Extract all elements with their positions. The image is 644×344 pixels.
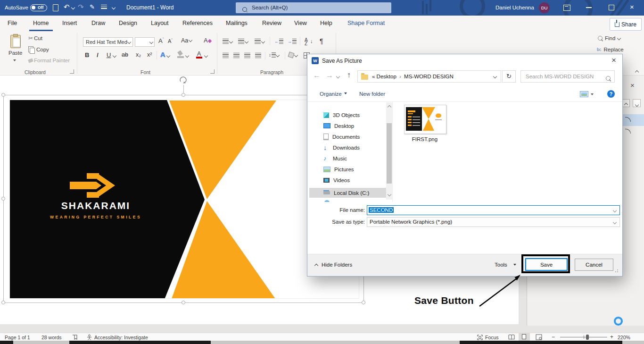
history-dropdown-icon[interactable] (336, 75, 340, 78)
sidebar-item-pictures[interactable]: Pictures (323, 164, 392, 174)
tab-design[interactable]: Design (119, 20, 137, 26)
font-size-dropdown-icon[interactable] (149, 40, 153, 44)
tools-button[interactable]: Tools (495, 262, 507, 268)
tab-view[interactable]: View (294, 20, 307, 26)
align-center-button[interactable] (233, 53, 239, 58)
organize-button[interactable]: Organize (320, 91, 347, 97)
pane-scroll-up-button[interactable] (622, 99, 630, 107)
clipboard-dialog-launcher-icon[interactable] (70, 69, 74, 74)
file-name-input[interactable]: SECOND (367, 205, 620, 215)
ribbon-display-options-icon[interactable] (563, 5, 570, 11)
selection-handle[interactable] (182, 93, 185, 97)
address-bar[interactable]: « Desktop › MS-WORD DESIGN (357, 70, 501, 83)
find-button[interactable]: Find (598, 35, 620, 41)
forward-icon[interactable]: → (326, 71, 333, 80)
highlight-button[interactable] (177, 51, 184, 58)
underline-dropdown-icon[interactable] (113, 54, 116, 58)
zoom-in-button[interactable]: + (610, 334, 613, 340)
tab-insert[interactable]: Insert (62, 20, 77, 26)
scroll-thumb[interactable] (387, 123, 392, 184)
cancel-button[interactable]: Cancel (575, 259, 613, 271)
underline-button[interactable]: U (107, 51, 111, 59)
tab-shape-format[interactable]: Shape Format (347, 20, 385, 26)
proofing-icon[interactable] (72, 334, 78, 340)
sidebar-item-downloads[interactable]: ↓ Downloads (323, 143, 392, 152)
web-layout-icon[interactable] (536, 334, 542, 340)
strikethrough-button[interactable]: ab (122, 51, 128, 58)
focus-button[interactable]: Focus (485, 335, 499, 340)
sort-button[interactable]: AZ (305, 37, 308, 46)
tab-help[interactable]: Help (320, 20, 332, 26)
print-layout-button[interactable] (519, 333, 530, 341)
tab-review[interactable]: Review (262, 20, 281, 26)
save-type-combo[interactable]: Portable Network Graphics (*.png) (367, 217, 620, 227)
undo-icon[interactable]: ↶ (64, 3, 70, 11)
new-document-icon[interactable] (53, 4, 58, 11)
search-box[interactable]: Search (Alt+Q) (236, 2, 391, 13)
sidebar-item-3d-objects[interactable]: 3D Objects (323, 110, 392, 120)
back-icon[interactable]: ← (313, 71, 321, 80)
tab-draw[interactable]: Draw (91, 20, 105, 26)
copy-button[interactable]: Copy (28, 46, 49, 52)
avatar[interactable]: DU (539, 2, 550, 13)
sidebar-item-documents[interactable]: Documents (323, 132, 392, 142)
tab-home[interactable]: Home (33, 20, 49, 26)
zoom-out-button[interactable]: − (552, 334, 555, 340)
minimize-icon[interactable] (586, 7, 592, 8)
highlight-dropdown-icon[interactable] (185, 54, 189, 58)
selection-handle[interactable] (1, 93, 5, 97)
address-dropdown-icon[interactable] (493, 75, 497, 78)
justify-button[interactable] (255, 53, 261, 58)
shrink-font-button[interactable]: Aˇ (168, 38, 173, 44)
list-icon[interactable] (101, 5, 107, 10)
font-name-combo[interactable]: Red Hat Text Med (83, 37, 133, 47)
view-button[interactable] (580, 91, 588, 97)
increase-indent-button[interactable]: → (288, 39, 297, 44)
close-window-icon[interactable]: × (630, 3, 634, 11)
undo-dropdown-icon[interactable] (71, 6, 75, 9)
selection-handle[interactable] (362, 301, 365, 304)
quick-access-overflow-icon[interactable] (112, 6, 116, 9)
decrease-indent-button[interactable]: ← (274, 39, 283, 44)
tab-layout[interactable]: Layout (151, 20, 169, 26)
task-pane-close-icon[interactable]: × (630, 81, 635, 89)
breadcrumb-folder[interactable]: MS-WORD DESIGN (404, 74, 454, 79)
change-case-button[interactable]: Aa (181, 37, 192, 44)
font-color-dropdown-icon[interactable] (204, 54, 208, 58)
replace-button[interactable]: bc Replace (597, 47, 624, 52)
rotate-handle-icon[interactable] (178, 76, 189, 85)
dialog-search-icon[interactable] (606, 76, 611, 81)
accessibility-person-icon[interactable] (86, 334, 92, 340)
hide-folders-button[interactable]: Hide Folders (322, 262, 352, 268)
save-type-dropdown-icon[interactable] (613, 220, 617, 224)
pen-icon[interactable]: ✎ (90, 3, 95, 10)
sidebar-scrollbar[interactable] (386, 102, 392, 200)
align-left-button[interactable] (223, 53, 229, 58)
shading-button[interactable] (289, 52, 297, 58)
business-card-shape[interactable]: SHAKARAMI WEARING PERFECT SMILES (9, 100, 359, 299)
sidebar-item-videos[interactable]: Videos (323, 175, 392, 185)
dialog-search-box[interactable]: Search MS-WORD DESIGN (520, 70, 615, 83)
accessibility-status[interactable]: Accessibility: Investigate (94, 335, 148, 340)
breadcrumb[interactable]: « Desktop › MS-WORD DESIGN (372, 74, 454, 79)
format-painter-button[interactable]: Format Painter (28, 58, 70, 63)
file-name-dropdown-icon[interactable] (613, 209, 617, 212)
superscript-button[interactable]: x² (147, 51, 152, 58)
grow-font-button[interactable]: Aˆ (158, 37, 164, 44)
restore-icon[interactable] (609, 5, 614, 10)
bold-button[interactable]: B (85, 51, 89, 59)
zoom-slider-handle[interactable] (586, 335, 589, 340)
paste-button[interactable]: Paste (5, 34, 25, 68)
clear-formatting-button[interactable]: A (204, 37, 211, 44)
cut-button[interactable]: ✂ Cut (28, 35, 42, 42)
word-count[interactable]: 28 words (41, 335, 62, 340)
up-icon[interactable]: ↑ (347, 71, 351, 79)
new-folder-button[interactable]: New folder (359, 91, 385, 97)
font-size-combo[interactable] (135, 37, 155, 47)
refresh-button[interactable]: ↻ (502, 70, 516, 83)
scroll-up-icon[interactable] (388, 105, 391, 109)
tab-references[interactable]: References (182, 20, 213, 26)
curve-option-icon[interactable] (625, 129, 631, 134)
share-button[interactable]: Share (610, 18, 642, 31)
pilcrow-button[interactable]: ¶ (320, 37, 323, 45)
